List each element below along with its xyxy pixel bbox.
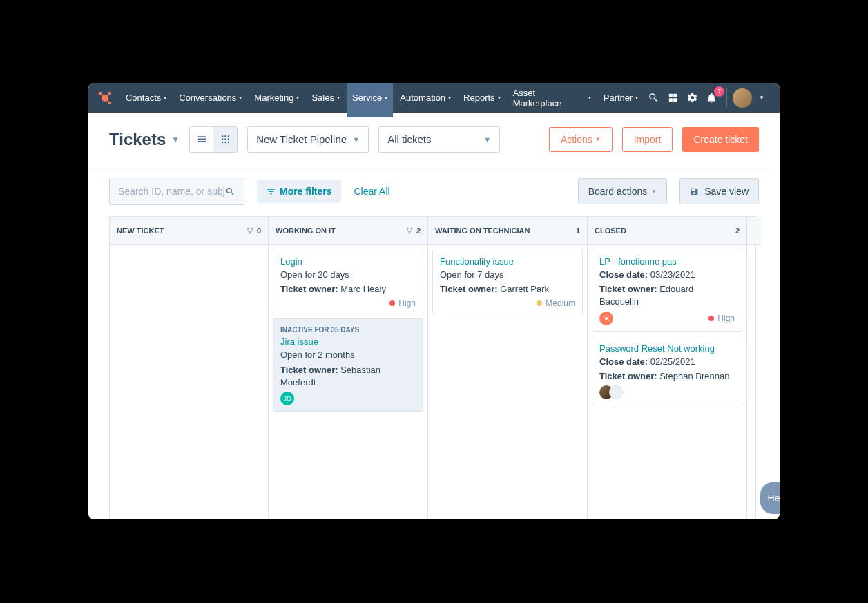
- chevron-down-icon: ▾: [385, 95, 387, 101]
- marketplace-icon[interactable]: [663, 88, 682, 108]
- column-closed: CLOSED 2 LP - fonctionne pas Close date:…: [588, 216, 747, 519]
- import-button[interactable]: Import: [622, 127, 673, 152]
- ticket-open-duration: Open for 20 days: [280, 269, 416, 281]
- chevron-down-icon: ▾: [448, 95, 451, 101]
- ticket-card[interactable]: Login Open for 20 days Ticket owner: Mar…: [273, 249, 423, 314]
- ticket-title[interactable]: Login: [280, 256, 416, 267]
- search-box[interactable]: [109, 178, 244, 205]
- ticket-card[interactable]: Functionality issue Open for 7 days Tick…: [432, 249, 583, 314]
- ticket-title[interactable]: Password Reset Not working: [599, 343, 735, 354]
- owner-label: Ticket owner:: [280, 365, 338, 375]
- svg-point-16: [406, 227, 408, 229]
- svg-point-21: [608, 320, 609, 321]
- svg-point-7: [222, 138, 224, 140]
- clear-all-link[interactable]: Clear All: [354, 186, 389, 197]
- create-ticket-button[interactable]: Create ticket: [682, 127, 759, 152]
- inactive-banner: INACTIVE FOR 35 DAYS: [280, 326, 416, 334]
- notifications-bell-icon[interactable]: 7: [702, 88, 721, 108]
- column-title: WORKING ON IT: [276, 227, 405, 235]
- column-header: WORKING ON IT 2: [269, 217, 427, 245]
- svg-point-4: [222, 135, 224, 137]
- help-button[interactable]: Help: [760, 482, 780, 514]
- svg-point-14: [251, 227, 253, 229]
- nav-item-label: Sales: [311, 93, 334, 103]
- svg-point-17: [410, 227, 412, 229]
- ticket-title[interactable]: Functionality issue: [440, 256, 575, 267]
- close-date-label: Close date:: [599, 269, 648, 280]
- actions-label: Actions: [561, 134, 592, 145]
- user-avatar[interactable]: [733, 88, 752, 108]
- more-filters-button[interactable]: More filters: [257, 180, 341, 203]
- owner-label: Ticket owner:: [440, 284, 498, 294]
- nav-item-contacts[interactable]: Contacts▾: [120, 83, 172, 117]
- svg-point-19: [605, 316, 608, 319]
- ticket-open-duration: Open for 7 days: [440, 269, 575, 281]
- search-icon[interactable]: [644, 88, 663, 108]
- toolbar: Tickets ▼ New Ticket Pipeline ▼ All tick…: [88, 113, 780, 166]
- priority-badge: High: [708, 314, 735, 323]
- priority-badge: High: [389, 298, 416, 308]
- assignee-avatar: [599, 312, 613, 325]
- chevron-down-icon: ▾: [296, 95, 299, 101]
- account-menu-chevron-icon[interactable]: ▼: [752, 88, 771, 108]
- column-body[interactable]: [110, 245, 268, 519]
- nav-item-label: Marketing: [254, 93, 293, 103]
- svg-point-5: [224, 135, 226, 137]
- column-header: WAITING ON TECHNICIAN 1: [428, 217, 587, 245]
- save-view-button[interactable]: Save view: [679, 178, 759, 204]
- nav-item-conversations[interactable]: Conversations▾: [173, 83, 247, 117]
- column-body[interactable]: LP - fonctionne pas Close date: 03/23/20…: [588, 245, 746, 519]
- nav-item-label: Service: [352, 93, 382, 103]
- settings-gear-icon[interactable]: [682, 88, 702, 108]
- nav-item-asset-marketplace[interactable]: Asset Marketplace▾: [508, 83, 597, 117]
- owner-name: Garrett Park: [500, 284, 549, 294]
- priority-label: High: [717, 314, 735, 323]
- actions-button[interactable]: Actions ▼: [549, 127, 613, 152]
- chevron-down-icon: ▾: [239, 95, 242, 101]
- priority-dot-icon: [389, 300, 395, 306]
- column-header: NEW TICKET 0: [110, 217, 268, 245]
- search-icon: [225, 186, 235, 197]
- assignee-avatar: [609, 385, 623, 399]
- tickets-select[interactable]: All tickets ▼: [378, 126, 500, 153]
- column-body[interactable]: Login Open for 20 days Ticket owner: Mar…: [269, 245, 427, 519]
- priority-badge: Medium: [537, 298, 575, 308]
- search-input[interactable]: [118, 186, 225, 197]
- hubspot-logo-icon[interactable]: [97, 90, 113, 106]
- create-ticket-label: Create ticket: [693, 134, 748, 145]
- column-count: 2: [416, 227, 421, 235]
- column-body[interactable]: Functionality issue Open for 7 days Tick…: [428, 245, 587, 519]
- ticket-card[interactable]: INACTIVE FOR 35 DAYS Jira issue Open for…: [273, 318, 423, 412]
- nav-item-sales[interactable]: Sales▾: [306, 83, 345, 117]
- column-title: CLOSED: [595, 227, 735, 235]
- caret-down-icon: ▼: [171, 135, 180, 144]
- assignee-avatar-row: [599, 385, 623, 399]
- ticket-card[interactable]: LP - fonctionne pas Close date: 03/23/20…: [592, 249, 742, 332]
- close-date-value: 02/25/2021: [650, 356, 695, 367]
- top-nav: Contacts▾Conversations▾Marketing▾Sales▾S…: [88, 83, 780, 113]
- list-view-button[interactable]: [190, 127, 213, 152]
- kanban-board: NEW TICKET 0 WORKING ON IT 2 Login Open …: [88, 216, 780, 519]
- branch-icon: [246, 227, 254, 235]
- priority-label: Medium: [546, 298, 575, 308]
- page-title-dropdown[interactable]: Tickets ▼: [109, 130, 180, 149]
- ticket-title[interactable]: LP - fonctionne pas: [599, 256, 735, 267]
- column-working-on-it: WORKING ON IT 2 Login Open for 20 days T…: [269, 216, 428, 519]
- column-title: NEW TICKET: [117, 227, 246, 235]
- ticket-card[interactable]: Password Reset Not working Close date: 0…: [592, 336, 742, 405]
- nav-item-reports[interactable]: Reports▾: [458, 83, 506, 117]
- owner-label: Ticket owner:: [599, 371, 657, 381]
- nav-item-partner[interactable]: Partner▾: [598, 83, 644, 117]
- owner-label: Ticket owner:: [280, 284, 338, 294]
- nav-item-label: Asset Marketplace: [513, 88, 586, 108]
- nav-item-marketing[interactable]: Marketing▾: [249, 83, 305, 117]
- nav-item-automation[interactable]: Automation▾: [394, 83, 456, 117]
- chevron-down-icon: ▾: [635, 95, 638, 101]
- caret-down-icon: ▼: [483, 135, 491, 144]
- board-actions-button[interactable]: Board actions ▼: [578, 178, 668, 204]
- board-view-button[interactable]: [213, 127, 237, 152]
- nav-item-service[interactable]: Service▾: [347, 83, 393, 117]
- ticket-title[interactable]: Jira issue: [280, 336, 416, 347]
- caret-down-icon: ▼: [352, 135, 360, 144]
- pipeline-select[interactable]: New Ticket Pipeline ▼: [247, 126, 369, 153]
